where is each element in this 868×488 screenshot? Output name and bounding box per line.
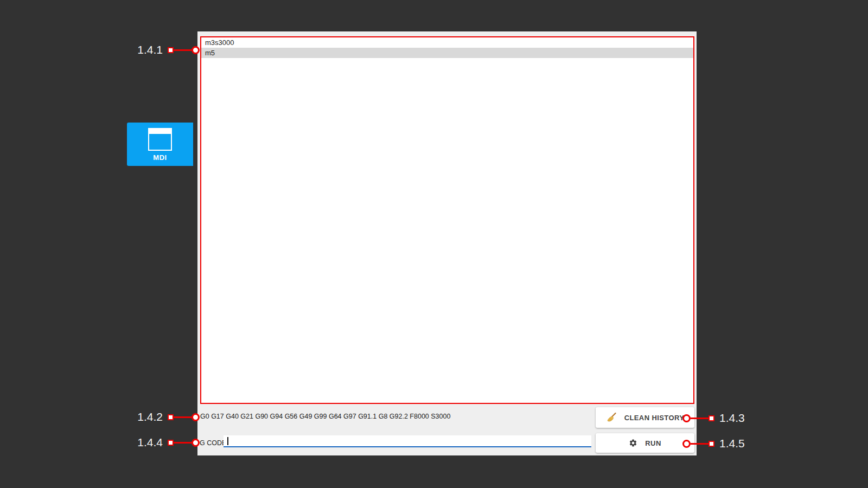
callout-square-marker bbox=[168, 47, 174, 53]
callout-square-marker bbox=[709, 441, 714, 447]
callout-line bbox=[174, 416, 192, 418]
callout-1-4-4: 1.4.4 bbox=[137, 435, 200, 450]
callout-line bbox=[691, 418, 709, 419]
callout-circle-marker bbox=[192, 413, 200, 421]
callout-label: 1.4.4 bbox=[137, 435, 163, 450]
callout-square-marker bbox=[168, 440, 174, 446]
gear-icon bbox=[629, 439, 637, 447]
text-cursor bbox=[227, 437, 228, 445]
window-icon bbox=[148, 128, 172, 151]
clean-history-button[interactable]: CLEAN HISTORY bbox=[596, 407, 694, 428]
history-row[interactable]: m3s3000 bbox=[201, 37, 693, 48]
callout-label: 1.4.1 bbox=[137, 43, 163, 57]
callout-line bbox=[174, 49, 192, 51]
callout-circle-marker bbox=[192, 439, 200, 447]
mdi-tab-button[interactable]: MDI bbox=[127, 123, 193, 166]
callout-square-marker bbox=[709, 415, 714, 421]
callout-1-4-3: 1.4.3 bbox=[682, 411, 745, 425]
callout-circle-marker bbox=[682, 440, 691, 448]
mdi-tab-label: MDI bbox=[153, 153, 167, 162]
run-label: RUN bbox=[645, 439, 661, 447]
gcode-input[interactable] bbox=[224, 435, 591, 447]
active-gcodes-status: G0 G17 G40 G21 G90 G94 G56 G49 G99 G64 G… bbox=[200, 413, 450, 420]
callout-line bbox=[691, 443, 709, 445]
run-button[interactable]: RUN bbox=[596, 433, 694, 453]
callout-label: 1.4.3 bbox=[719, 411, 745, 425]
mdi-history-list[interactable]: m3s3000 m5 bbox=[200, 36, 694, 404]
clean-history-label: CLEAN HISTORY bbox=[624, 414, 685, 422]
callout-1-4-2: 1.4.2 bbox=[137, 410, 200, 424]
mdi-window: m3s3000 m5 bbox=[197, 31, 697, 455]
callout-circle-marker bbox=[682, 414, 691, 422]
callout-circle-marker bbox=[192, 46, 200, 54]
callout-label: 1.4.2 bbox=[137, 410, 163, 424]
broom-icon bbox=[606, 412, 617, 423]
callout-1-4-1: 1.4.1 bbox=[137, 43, 200, 57]
callout-square-marker bbox=[168, 414, 174, 420]
callout-line bbox=[174, 442, 192, 444]
callout-label: 1.4.5 bbox=[719, 436, 745, 451]
history-row-selected[interactable]: m5 bbox=[201, 48, 693, 58]
callout-1-4-5: 1.4.5 bbox=[682, 436, 745, 451]
